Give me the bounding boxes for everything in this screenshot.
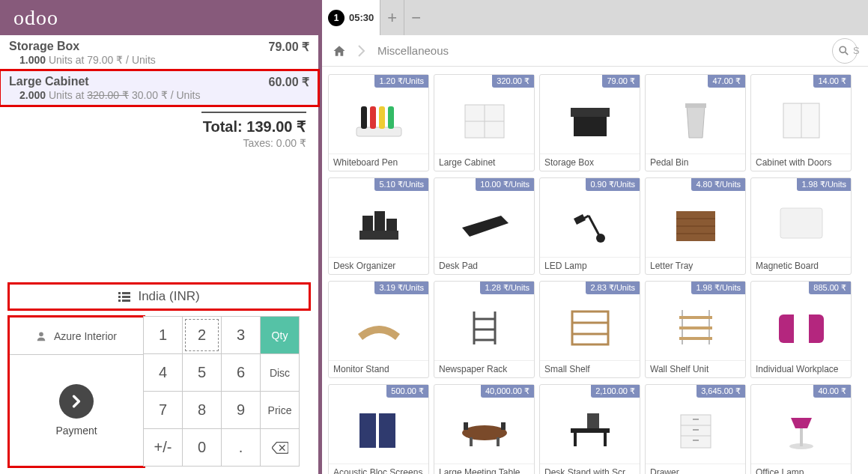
product-card[interactable]: 500.00 ₹Acoustic Bloc Screens (328, 384, 429, 474)
product-card[interactable]: 0.90 ₹/UnitsLED Lamp (539, 177, 640, 275)
product-card[interactable]: 1.98 ₹/UnitsWall Shelf Unit (645, 281, 746, 378)
product-card[interactable]: 3.19 ₹/UnitsMonitor Stand (328, 281, 429, 378)
product-name: Large Cabinet (434, 154, 534, 171)
product-name: Storage Box (540, 154, 640, 171)
svg-rect-52 (470, 437, 473, 446)
product-name: Monitor Stand (329, 360, 428, 377)
svg-point-51 (462, 425, 507, 440)
pricelist-button[interactable]: India (INR) (9, 284, 309, 309)
product-price-tag: 3,645.00 ₹ (696, 385, 745, 398)
home-icon[interactable] (333, 44, 346, 58)
product-name: Magnetic Board (751, 257, 851, 274)
payment-label: Payment (55, 425, 97, 437)
product-card[interactable]: 40.00 ₹Office Lamp (750, 384, 852, 474)
product-price-tag: 1.28 ₹/Units (480, 282, 534, 294)
numpad-key-9[interactable]: 9 (221, 391, 261, 429)
svg-rect-19 (685, 103, 706, 108)
numpad-key-3[interactable]: 3 (221, 316, 261, 354)
numpad-key-8[interactable]: 8 (182, 391, 222, 429)
product-price-tag: 40,000.00 ₹ (481, 385, 534, 398)
svg-rect-39 (572, 312, 608, 344)
numpad-key-5[interactable]: 5 (182, 353, 222, 392)
pricelist-label: India (INR) (138, 289, 199, 304)
odoo-logo: odoo (0, 6, 72, 30)
remove-order-button[interactable]: − (404, 0, 428, 35)
numpad-key-+/-[interactable]: +/- (143, 428, 183, 467)
product-price-tag: 4.80 ₹/Units (691, 178, 745, 191)
numpad-key-2[interactable]: 2 (182, 316, 222, 354)
svg-rect-50 (379, 413, 395, 448)
svg-rect-57 (574, 433, 577, 446)
plus-icon: + (387, 8, 397, 28)
product-card[interactable]: 47.00 ₹Pedal Bin (645, 74, 746, 171)
order-line-name: Large Cabinet (9, 75, 269, 89)
svg-rect-5 (122, 300, 130, 302)
svg-rect-45 (679, 326, 712, 329)
order-line[interactable]: Storage Box79.00 ₹1.000 Units at 79.00 ₹… (0, 35, 318, 70)
numpad-key-.[interactable]: . (221, 428, 261, 467)
svg-rect-59 (587, 413, 599, 428)
product-price-tag: 320.00 ₹ (492, 75, 534, 88)
product-name: Wall Shelf Unit (646, 360, 745, 377)
product-price-tag: 14.00 ₹ (813, 75, 851, 88)
numpad: 123Qty456Disc789Price+/-0. (144, 317, 300, 467)
order-tab[interactable]: 1 05:30 (322, 0, 380, 35)
svg-rect-58 (604, 433, 607, 446)
product-card[interactable]: 79.00 ₹Storage Box (539, 74, 640, 171)
svg-rect-4 (122, 296, 130, 298)
svg-rect-46 (679, 337, 712, 340)
order-line-detail: 2.000 Units at 320.00 ₹ 30.00 ₹ / Units (9, 89, 309, 101)
product-card[interactable]: 3,645.00 ₹Drawer (645, 384, 746, 474)
numpad-key-6[interactable]: 6 (221, 353, 261, 392)
breadcrumb-category[interactable]: Miscellaneous (377, 44, 449, 57)
product-name: Cabinet with Doors (751, 154, 851, 171)
numpad-mode-disc[interactable]: Disc (260, 353, 300, 392)
product-name: Large Meeting Table (434, 464, 534, 474)
svg-rect-3 (122, 292, 130, 294)
product-card[interactable]: 14.00 ₹Cabinet with Doors (750, 74, 852, 171)
product-price-tag: 0.90 ₹/Units (586, 178, 640, 191)
numpad-mode-price[interactable]: Price (260, 391, 300, 429)
svg-rect-1 (118, 296, 121, 298)
product-card[interactable]: 885.00 ₹Individual Workplace (750, 281, 852, 378)
product-card[interactable]: 1.98 ₹/UnitsMagnetic Board (750, 177, 852, 275)
list-icon (118, 291, 130, 302)
product-card[interactable]: 5.10 ₹/UnitsDesk Organizer (328, 177, 429, 275)
product-card[interactable]: 40,000.00 ₹Large Meeting Table (434, 384, 535, 474)
numpad-key-7[interactable]: 7 (143, 391, 183, 429)
product-card[interactable]: 1.20 ₹/UnitsWhiteboard Pen (328, 74, 429, 171)
numpad-backspace[interactable] (260, 428, 300, 467)
svg-rect-53 (497, 437, 500, 446)
product-card[interactable]: 2,100.00 ₹Desk Stand with Screen (539, 384, 640, 474)
svg-line-27 (589, 216, 601, 238)
order-line[interactable]: Large Cabinet60.00 ₹2.000 Units at 320.0… (0, 70, 318, 106)
svg-rect-2 (118, 300, 121, 302)
product-price-tag: 2,100.00 ₹ (591, 385, 640, 398)
numpad-key-0[interactable]: 0 (182, 428, 222, 467)
numpad-key-1[interactable]: 1 (143, 316, 183, 354)
product-name: Letter Tray (646, 257, 745, 274)
search-input[interactable]: S (832, 38, 858, 64)
svg-rect-24 (374, 211, 385, 231)
product-price-tag: 1.98 ₹/Units (797, 178, 851, 191)
svg-rect-17 (574, 114, 607, 136)
svg-rect-11 (370, 106, 376, 129)
product-card[interactable]: 2.83 ₹/UnitsSmall Shelf (539, 281, 640, 378)
chevron-right-icon (59, 384, 94, 419)
product-card[interactable]: 10.00 ₹/UnitsDesk Pad (434, 177, 535, 275)
product-card[interactable]: 1.28 ₹/UnitsNewspaper Rack (434, 281, 535, 378)
order-line-detail: 1.000 Units at 79.00 ₹ / Units (9, 54, 309, 66)
numpad-key-4[interactable]: 4 (143, 353, 183, 392)
product-price-tag: 885.00 ₹ (809, 282, 851, 294)
order-line-name: Storage Box (9, 40, 269, 54)
product-card[interactable]: 4.80 ₹/UnitsLetter Tray (645, 177, 746, 275)
product-name: LED Lamp (540, 257, 640, 274)
payment-button[interactable]: Payment (10, 355, 143, 466)
product-price-tag: 1.98 ₹/Units (691, 282, 745, 294)
new-order-button[interactable]: + (380, 0, 404, 35)
product-name: Office Lamp (751, 464, 851, 474)
customer-button[interactable]: Azure Interior (10, 317, 143, 355)
svg-rect-55 (501, 422, 506, 430)
numpad-mode-qty[interactable]: Qty (260, 316, 300, 354)
product-card[interactable]: 320.00 ₹Large Cabinet (434, 74, 535, 171)
